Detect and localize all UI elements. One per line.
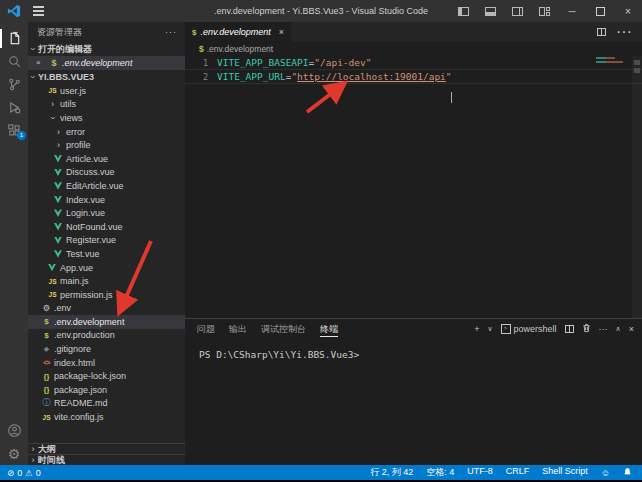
tree-item-NotFound.vue[interactable]: NotFound.vue — [28, 220, 185, 234]
tree-item-App.vue[interactable]: App.vue — [28, 261, 185, 275]
open-editors-section[interactable]: › 打开的编辑器 — [28, 42, 185, 56]
tree-item-EditArticle.vue[interactable]: EditArticle.vue — [28, 179, 185, 193]
close-panel-icon[interactable]: × — [629, 324, 634, 334]
status-item[interactable]: UTF-8 — [467, 466, 493, 479]
explorer-icon[interactable] — [0, 27, 28, 50]
vue-icon — [54, 209, 62, 217]
tree-item-index.html[interactable]: <>index.html — [28, 356, 185, 370]
toggle-primary-sidebar-icon[interactable] — [458, 7, 469, 16]
panel-tab-输出[interactable]: 输出 — [229, 319, 247, 339]
tree-item-vite.config.js[interactable]: JSvite.config.js — [28, 410, 185, 424]
title-bar: .env.development - Yi.BBS.Vue3 - Visual … — [0, 0, 642, 22]
tree-item-.env.development[interactable]: $.env.development — [28, 315, 185, 329]
sidebar-title: 资源管理器 ··· — [28, 22, 185, 42]
status-bar: ⊘ 0 ⚠ 0 行 2, 列 42空格: 4UTF-8CRLFShell Scr… — [0, 465, 642, 480]
tree-item-.gitignore[interactable]: ◆.gitignore — [28, 342, 185, 356]
tree-item-Index.vue[interactable]: Index.vue — [28, 193, 185, 207]
tree-item-profile[interactable]: ›profile — [28, 138, 185, 152]
search-icon[interactable] — [0, 50, 28, 73]
tree-item-package.json[interactable]: {}package.json — [28, 383, 185, 397]
js-icon: JS — [40, 414, 53, 421]
tree-item-Discuss.vue[interactable]: Discuss.vue — [28, 166, 185, 180]
maximize-button[interactable] — [586, 0, 614, 22]
close-icon[interactable]: × — [36, 56, 45, 70]
code-line-1: 1 VITE_APP_BASEAPI="/api-dev" — [185, 56, 642, 69]
status-item[interactable]: 空格: 4 — [426, 466, 454, 479]
more-actions-icon[interactable]: ··· — [165, 22, 177, 43]
panel-tab-调试控制台[interactable]: 调试控制台 — [261, 319, 306, 339]
open-editor-item[interactable]: × $ .env.development — [28, 56, 185, 70]
tree-item-Register.vue[interactable]: Register.vue — [28, 234, 185, 248]
tree-item-user.js[interactable]: JSuser.js — [28, 84, 185, 98]
vue-icon — [54, 223, 62, 231]
close-button[interactable]: × — [614, 0, 642, 22]
menu-icon[interactable] — [33, 10, 44, 12]
scrollbar[interactable] — [632, 56, 642, 318]
line-number: 1 — [185, 58, 208, 68]
tree-item-views[interactable]: ›views — [28, 111, 185, 125]
vue-icon — [54, 237, 62, 245]
url-link[interactable]: http://localhost:19001/api — [297, 71, 446, 82]
terminal-dropdown-icon[interactable]: ∨ — [487, 325, 492, 333]
tree-item-label: README.md — [54, 398, 108, 408]
tree-item-permission.js[interactable]: JSpermission.js — [28, 288, 185, 302]
run-debug-icon[interactable] — [0, 96, 28, 119]
project-section[interactable]: › YI.BBS.VUE3 — [28, 70, 185, 84]
tree-item-utils[interactable]: ›utils — [28, 98, 185, 112]
open-editor-filename: .env.development — [62, 56, 132, 70]
tree-item-label: .env.production — [54, 330, 115, 340]
braces-icon: {} — [40, 385, 53, 394]
kill-terminal-icon[interactable] — [582, 323, 591, 335]
editor-more-actions-icon[interactable]: ··· — [616, 23, 632, 41]
code-editor[interactable]: 1 VITE_APP_BASEAPI="/api-dev" 2 VITE_APP… — [185, 56, 642, 318]
tree-item-label: vite.config.js — [54, 412, 104, 422]
account-icon[interactable] — [0, 419, 28, 442]
outline-section[interactable]: › 大纲 — [28, 443, 185, 454]
tree-item-README.md[interactable]: ⓘREADME.md — [28, 397, 185, 411]
panel-tab-终端[interactable]: 终端 — [320, 319, 338, 339]
tree-item-label: Login.vue — [66, 208, 105, 218]
notifications-bell-icon[interactable] — [623, 467, 632, 479]
dotenv-icon: $ — [49, 56, 59, 70]
tree-item-Test.vue[interactable]: Test.vue — [28, 247, 185, 261]
breadcrumb[interactable]: $ .env.development — [185, 42, 642, 56]
tree-item-Article.vue[interactable]: Article.vue — [28, 152, 185, 166]
minimize-button[interactable]: ─ — [558, 0, 586, 22]
customize-layout-icon[interactable] — [539, 7, 550, 16]
maximize-panel-icon[interactable]: ∧ — [616, 325, 621, 333]
tree-item-package-lock.json[interactable]: {}package-lock.json — [28, 369, 185, 383]
status-item[interactable]: Shell Script — [542, 466, 588, 479]
tree-item-label: views — [60, 113, 83, 123]
tab-close-icon[interactable]: × — [279, 27, 284, 37]
tab-label: .env.development — [200, 27, 270, 37]
tree-item-error[interactable]: ›error — [28, 125, 185, 139]
panel-more-actions-icon[interactable]: ··· — [599, 324, 608, 334]
tree-item-main.js[interactable]: JSmain.js — [28, 274, 185, 288]
source-control-icon[interactable] — [0, 73, 28, 96]
shell-label: powershell — [514, 324, 557, 334]
tab-env-development[interactable]: $ .env.development × — [185, 22, 291, 42]
tree-item-label: App.vue — [60, 263, 93, 273]
split-terminal-icon[interactable] — [565, 325, 574, 333]
terminal[interactable]: PS D:\CSharp\Yi\Yi.BBS.Vue3> — [185, 339, 642, 360]
split-editor-icon[interactable] — [597, 28, 606, 36]
tree-item-label: .env — [54, 303, 71, 313]
tree-item-label: package.json — [54, 385, 107, 395]
extensions-icon[interactable]: 1 — [0, 119, 28, 142]
tree-item-Login.vue[interactable]: Login.vue — [28, 206, 185, 220]
status-item[interactable]: CRLF — [506, 466, 530, 479]
terminal-instance-powershell[interactable]: > powershell — [501, 324, 557, 334]
panel-tab-问题[interactable]: 问题 — [197, 319, 215, 339]
braces-icon: {} — [40, 372, 53, 381]
feedback-smiley-icon[interactable]: ☺ — [601, 468, 610, 478]
timeline-section[interactable]: › 时间线 — [28, 454, 185, 465]
new-terminal-icon[interactable]: + — [474, 324, 479, 334]
minimap[interactable] — [596, 57, 630, 63]
tree-item-.env[interactable]: ⚙.env — [28, 302, 185, 316]
toggle-panel-icon[interactable] — [485, 7, 496, 16]
status-item[interactable]: 行 2, 列 42 — [370, 466, 413, 479]
settings-gear-icon[interactable]: ⚙ — [0, 442, 28, 465]
tree-item-.env.production[interactable]: $.env.production — [28, 329, 185, 343]
problems-status[interactable]: ⊘ 0 ⚠ 0 — [0, 468, 41, 478]
toggle-secondary-sidebar-icon[interactable] — [512, 7, 523, 16]
